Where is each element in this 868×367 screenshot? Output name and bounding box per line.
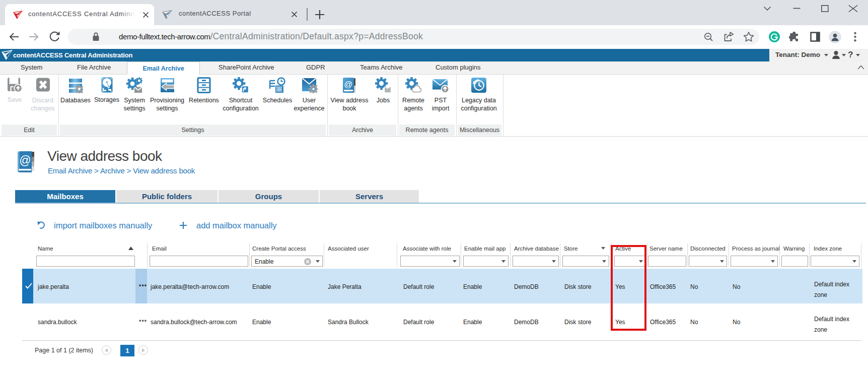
svg-text:@: @ — [19, 154, 31, 167]
svg-text:@: @ — [344, 80, 352, 89]
